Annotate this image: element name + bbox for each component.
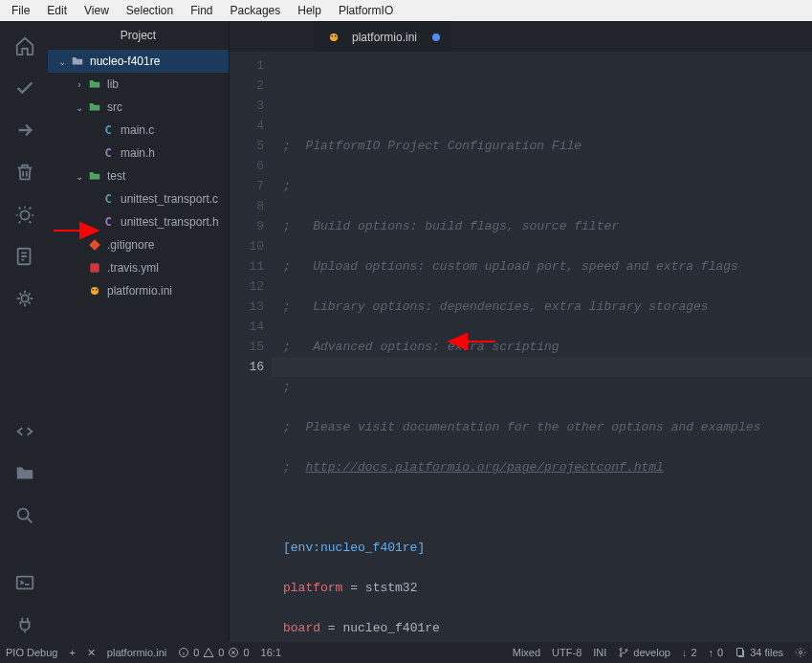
- code-line: ;: [283, 380, 291, 394]
- tree-folder-test[interactable]: ⌄ test: [48, 165, 229, 188]
- tab-label: platformio.ini: [352, 31, 417, 44]
- status-settings-icon[interactable]: [795, 647, 806, 658]
- warning-icon: [203, 647, 214, 658]
- status-language[interactable]: INI: [593, 647, 606, 658]
- tab-platformio-ini[interactable]: platformio.ini: [314, 21, 451, 52]
- plug-icon[interactable]: [7, 608, 41, 642]
- line-gutter: 12345678910111213141516: [230, 52, 272, 642]
- menu-file[interactable]: File: [4, 2, 37, 19]
- tree-file-main-c[interactable]: C main.c: [48, 119, 229, 142]
- arrow-right-icon[interactable]: [7, 113, 41, 147]
- h-file-icon: C: [99, 215, 117, 229]
- h-file-icon: C: [99, 146, 117, 160]
- platformio-icon: [325, 31, 342, 44]
- code-line: ; Upload options: custom upload port, sp…: [283, 259, 738, 274]
- tree-label: unittest_transport.c: [121, 192, 218, 206]
- modified-dot-icon: [432, 33, 440, 41]
- star-bug-icon[interactable]: [7, 281, 41, 316]
- tree-label: unittest_transport.h: [121, 215, 219, 229]
- tree-file-travis[interactable]: .travis.yml: [48, 256, 229, 279]
- home-icon[interactable]: [7, 29, 41, 63]
- terminal-icon[interactable]: [7, 565, 41, 600]
- editor-area: platformio.ini 12345678910111213141516 ;…: [230, 21, 812, 642]
- status-filename[interactable]: platformio.ini: [107, 647, 166, 658]
- tree-root[interactable]: ⌄ nucleo-f401re: [48, 50, 229, 73]
- task-icon[interactable]: [7, 239, 41, 274]
- status-diagnostics[interactable]: 0 0 0: [178, 647, 249, 658]
- folder-icon[interactable]: [7, 456, 41, 491]
- chevron-down-icon: ⌄: [73, 102, 86, 113]
- tree-file-platformio[interactable]: platformio.ini: [48, 279, 229, 302]
- tree-folder-src[interactable]: ⌄ src: [48, 96, 229, 119]
- svg-point-11: [335, 34, 337, 36]
- sidebar-title: Project: [48, 21, 229, 50]
- chevron-right-icon: ›: [73, 79, 86, 90]
- search-icon[interactable]: [7, 498, 41, 533]
- trash-icon[interactable]: [7, 155, 41, 189]
- menu-platformio[interactable]: PlatformIO: [331, 2, 401, 19]
- folder-icon: [86, 77, 103, 91]
- tree-file-ut-h[interactable]: C unittest_transport.h: [48, 210, 229, 233]
- tree-label: .gitignore: [107, 238, 154, 252]
- check-icon[interactable]: [7, 71, 41, 105]
- code-line: ;: [283, 460, 305, 475]
- chevron-down-icon: ⌄: [55, 56, 69, 67]
- svg-point-16: [625, 650, 627, 652]
- menu-find[interactable]: Find: [183, 2, 220, 19]
- status-encoding[interactable]: UTF-8: [552, 647, 582, 658]
- status-branch[interactable]: develop: [618, 647, 670, 658]
- status-close-icon[interactable]: ✕: [87, 647, 96, 659]
- code-editor[interactable]: 12345678910111213141516 ; PlatformIO Pro…: [230, 52, 812, 642]
- tree-label: .travis.yml: [107, 261, 159, 275]
- bug-icon[interactable]: [7, 197, 41, 232]
- menu-selection[interactable]: Selection: [119, 2, 181, 19]
- menu-packages[interactable]: Packages: [223, 2, 289, 19]
- status-git-push[interactable]: ↑0: [709, 647, 724, 658]
- svg-point-14: [620, 649, 622, 651]
- tree-file-gitignore[interactable]: .gitignore: [48, 233, 229, 256]
- status-add-icon[interactable]: +: [69, 647, 75, 658]
- tree-label: src: [107, 100, 122, 114]
- error-icon: [228, 647, 239, 658]
- file-tree: ⌄ nucleo-f401re › lib ⌄ src C main.c C m…: [48, 50, 229, 642]
- code-body[interactable]: ; PlatformIO Project Configuration File …: [272, 52, 812, 642]
- git-branch-icon: [618, 647, 629, 658]
- folder-icon: [69, 55, 86, 68]
- c-file-icon: C: [99, 123, 117, 137]
- status-git-pull[interactable]: ↓2: [682, 647, 697, 658]
- tree-folder-lib[interactable]: › lib: [48, 73, 229, 96]
- status-files[interactable]: 34 files: [735, 647, 783, 658]
- svg-rect-4: [17, 577, 33, 589]
- code-line: ; Please visit documentation for the oth…: [283, 420, 760, 434]
- tree-label: main.c: [121, 123, 154, 137]
- code-value: nucleo_f401re: [342, 621, 439, 635]
- code-value: ststm32: [365, 581, 418, 595]
- svg-point-10: [331, 34, 333, 36]
- status-cursor-pos[interactable]: 16:1: [261, 647, 281, 658]
- folder-icon: [86, 100, 103, 114]
- code-key: board: [283, 621, 320, 635]
- menu-help[interactable]: Help: [290, 2, 329, 19]
- travis-icon: [86, 261, 103, 275]
- sidebar: Project ⌄ nucleo-f401re › lib ⌄ src C ma…: [48, 21, 230, 642]
- info-icon: [178, 647, 189, 658]
- status-line-ending[interactable]: Mixed: [513, 647, 540, 658]
- code-line: ;: [283, 179, 291, 193]
- menubar: File Edit View Selection Find Packages H…: [0, 0, 812, 21]
- git-icon: [86, 238, 103, 252]
- tree-file-main-h[interactable]: C main.h: [48, 142, 229, 165]
- svg-point-9: [330, 33, 338, 40]
- svg-point-7: [92, 289, 94, 291]
- menu-edit[interactable]: Edit: [39, 2, 75, 19]
- svg-point-3: [18, 509, 29, 519]
- svg-rect-17: [737, 649, 743, 656]
- c-file-icon: C: [99, 192, 117, 206]
- tree-file-ut-c[interactable]: C unittest_transport.c: [48, 188, 229, 210]
- menu-view[interactable]: View: [77, 2, 117, 19]
- code-icon[interactable]: [7, 414, 41, 449]
- status-debug[interactable]: PIO Debug: [6, 647, 57, 658]
- folder-icon: [86, 169, 103, 183]
- code-link[interactable]: http://docs.platformio.org/page/projectc…: [305, 460, 663, 475]
- svg-point-18: [800, 652, 802, 654]
- svg-point-0: [20, 210, 29, 219]
